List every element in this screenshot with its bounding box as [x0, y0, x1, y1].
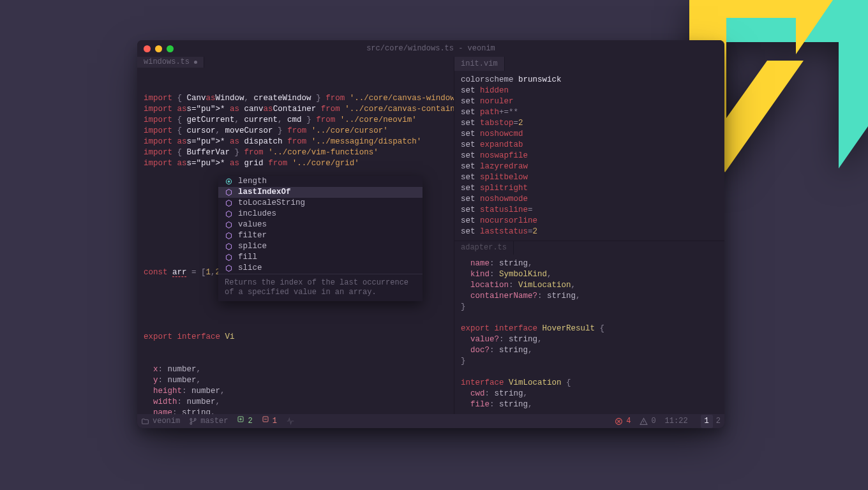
- completion-item[interactable]: toLocaleString: [218, 198, 423, 209]
- method-icon: [225, 232, 233, 240]
- statusbar: veonim master 2 1: [137, 414, 724, 428]
- minimize-icon[interactable]: [155, 45, 162, 52]
- warning-icon: [640, 417, 648, 426]
- right-pane: init.vim colorscheme brunswickset hidden…: [454, 57, 724, 414]
- completion-popup[interactable]: lengthlastIndexOftoLocaleStringincludesv…: [218, 176, 423, 301]
- pulse-icon: [286, 417, 295, 426]
- close-icon[interactable]: [144, 45, 151, 52]
- tab-label: adapter.ts: [461, 242, 507, 253]
- completion-item[interactable]: includes: [218, 209, 423, 219]
- method-icon: [225, 188, 233, 197]
- completion-item[interactable]: length: [218, 176, 423, 187]
- tab-windows-ts[interactable]: windows.ts: [137, 57, 204, 68]
- zoom-icon[interactable]: [167, 45, 174, 52]
- status-activity: [286, 417, 295, 426]
- folder-icon: [141, 417, 149, 426]
- window-title: src/core/windows.ts - veonim: [137, 43, 724, 54]
- tab-adapter-ts[interactable]: adapter.ts: [454, 241, 514, 255]
- tab-label: init.vim: [461, 59, 498, 70]
- titlebar: src/core/windows.ts - veonim: [137, 40, 724, 57]
- error-icon: [615, 417, 623, 426]
- status-branch[interactable]: master: [189, 416, 228, 427]
- method-icon: [225, 199, 233, 207]
- left-pane: windows.ts import { CanvasWindow, create…: [137, 57, 454, 414]
- completion-doc: Returns the index of the last occurrence…: [218, 274, 423, 301]
- status-diff[interactable]: 2 1: [237, 415, 276, 427]
- added-icon: [237, 415, 244, 427]
- method-icon: [225, 210, 233, 218]
- completion-item[interactable]: values: [218, 219, 423, 230]
- removed-icon: [262, 415, 269, 427]
- completion-item[interactable]: filter: [218, 230, 423, 241]
- git-branch-icon: [189, 417, 197, 426]
- status-problems[interactable]: 4 0: [615, 416, 655, 427]
- modified-dot-icon: [194, 61, 197, 64]
- svg-point-3: [228, 181, 229, 182]
- adapter-editor[interactable]: name: string, kind: SymbolKind, location…: [454, 255, 724, 414]
- method-icon: [225, 242, 233, 251]
- svg-point-5: [190, 422, 192, 424]
- completion-item[interactable]: splice: [218, 241, 423, 252]
- status-position: 1 2: [697, 415, 721, 428]
- svg-point-6: [195, 418, 197, 420]
- property-icon: [225, 177, 233, 186]
- completion-item[interactable]: slice: [218, 263, 423, 274]
- svg-point-4: [190, 418, 192, 420]
- init-vim-editor[interactable]: colorscheme brunswickset hiddenset norul…: [454, 71, 724, 241]
- completion-item[interactable]: lastIndexOf: [218, 187, 423, 198]
- method-icon: [225, 221, 233, 229]
- completion-item[interactable]: fill: [218, 252, 423, 263]
- method-icon: [225, 264, 233, 272]
- left-editor[interactable]: import { CanvasWindow, createWindow } fr…: [137, 68, 454, 414]
- method-icon: [225, 253, 233, 262]
- editor-window: src/core/windows.ts - veonim windows.ts …: [137, 40, 724, 428]
- status-time: 11:22: [665, 416, 688, 427]
- tab-init-vim[interactable]: init.vim: [454, 57, 505, 71]
- status-folder[interactable]: veonim: [141, 416, 180, 427]
- tab-label: windows.ts: [144, 57, 190, 68]
